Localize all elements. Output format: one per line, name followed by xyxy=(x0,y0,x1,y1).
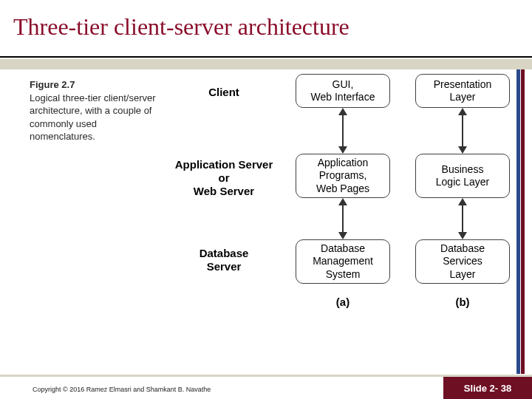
title-underband xyxy=(0,59,532,69)
figure-area: Figure 2.7 Logical three-tier client/ser… xyxy=(30,81,502,340)
vertical-decoration-maroon xyxy=(521,69,525,374)
copyright-text: Copyright © 2016 Ramez Elmasri and Shamk… xyxy=(33,386,211,393)
row-label-db-server: Database Server xyxy=(161,247,287,273)
column-b-caption: (b) xyxy=(415,296,510,308)
box-b-client: Presentation Layer xyxy=(415,74,510,108)
page-title: Three-tier client-server architecture xyxy=(13,13,349,41)
arrow-down-b-2 xyxy=(458,232,467,239)
box-a-app: Application Programs, Web Pages xyxy=(296,154,390,198)
arrow-up-b-1 xyxy=(458,108,467,115)
arrow-down-b-1 xyxy=(458,146,467,154)
row-label-client: Client xyxy=(161,86,287,99)
box-b-db: Database Services Layer xyxy=(415,239,510,284)
slide-number-badge: Slide 2- 38 xyxy=(443,377,532,399)
arrow-down-a-2 xyxy=(338,232,347,239)
arrow-down-a-1 xyxy=(338,146,347,154)
column-a-caption: (a) xyxy=(296,296,390,308)
box-a-client: GUI, Web Interface xyxy=(296,74,390,108)
row-label-app-server: Application Server or Web Server xyxy=(161,158,287,198)
box-b-app: Business Logic Layer xyxy=(415,154,510,198)
box-a-db: Database Management System xyxy=(296,239,390,284)
arrow-up-a-1 xyxy=(338,108,347,115)
arrow-up-b-2 xyxy=(458,198,467,205)
figure-number: Figure 2.7 xyxy=(30,79,75,90)
vertical-decoration-blue xyxy=(516,69,520,374)
figure-caption: Figure 2.7 Logical three-tier client/ser… xyxy=(30,78,159,143)
arrow-up-a-2 xyxy=(338,198,347,205)
slide: Three-tier client-server architecture Fi… xyxy=(0,0,532,399)
figure-caption-text: Logical three-tier client/server archite… xyxy=(30,92,156,143)
